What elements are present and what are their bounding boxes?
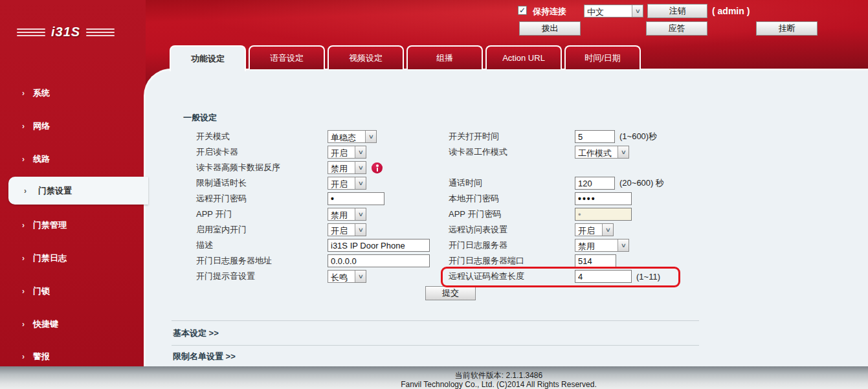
talk-time-input[interactable] xyxy=(575,177,615,190)
field-label: 远程开门密码 xyxy=(196,193,328,205)
admin-user-label: ( admin ) xyxy=(712,6,750,16)
open-log-port-input[interactable] xyxy=(575,254,616,267)
form-row: APP 开门 禁用 xyxy=(196,206,366,222)
field-label: 本地开门密码 xyxy=(449,193,575,205)
chevron-down-icon xyxy=(602,224,613,236)
field-label: 远程访问表设置 xyxy=(449,224,575,236)
form-row: 描述 xyxy=(196,238,430,253)
chevron-right-icon: › xyxy=(22,89,25,98)
form-row: 开关模式 单稳态 xyxy=(196,129,377,144)
topbar: ✓ 保持连接 中文 注销 ( admin ) 拨出 应答 挂断 xyxy=(0,0,868,39)
sidebar-item-door-log[interactable]: › 门禁日志 xyxy=(0,251,146,265)
chevron-right-icon: › xyxy=(22,155,25,164)
open-tone-select[interactable]: 长鸣 xyxy=(328,270,366,283)
app-open-select[interactable]: 禁用 xyxy=(328,208,366,221)
tab-action-url[interactable]: Action URL xyxy=(485,45,562,69)
chevron-down-icon xyxy=(355,208,366,220)
form-row: 远程访问表设置 开启 xyxy=(449,222,614,238)
chevron-right-icon: › xyxy=(22,254,25,263)
tab-video-settings[interactable]: 视频设定 xyxy=(328,45,404,69)
chevron-down-icon xyxy=(365,131,376,142)
field-label: 开门日志服务器地址 xyxy=(196,255,328,267)
divider xyxy=(172,320,699,321)
field-label: 远程认证码检查长度 xyxy=(449,271,575,282)
form-row: 读卡器高频卡数据反序 禁用 xyxy=(196,160,383,175)
hangup-button[interactable]: 挂断 xyxy=(756,21,818,36)
tab-function-settings[interactable]: 功能设定 xyxy=(170,45,246,71)
form-row: 开门日志服务器地址 xyxy=(196,253,430,269)
sidebar-item-door-settings[interactable]: › 门禁设置 xyxy=(8,177,148,205)
keep-connection-checkbox[interactable]: ✓ xyxy=(518,6,527,15)
remote-access-table-select[interactable]: 开启 xyxy=(575,223,614,236)
chevron-right-icon: › xyxy=(22,352,25,361)
footer: 当前软件版本: 2.1.1.3486 Fanvil Technology Co.… xyxy=(0,366,868,389)
field-label: 开启读卡器 xyxy=(196,146,328,158)
form-row-highlighted: 远程认证码检查长度 (1~11) xyxy=(449,269,660,284)
section-title: 一般设定 xyxy=(183,112,217,124)
submit-button[interactable]: 提交 xyxy=(425,286,476,300)
form-row: 启用室内开门 开启 xyxy=(196,222,366,238)
range-hint: (20~600) 秒 xyxy=(619,177,664,189)
sidebar-item-system[interactable]: › 系统 xyxy=(0,86,146,100)
field-label: 开关模式 xyxy=(196,131,328,142)
local-open-password-input[interactable] xyxy=(575,192,632,205)
basic-settings-expander[interactable]: 基本设定 >> xyxy=(173,328,219,339)
alert-key-icon xyxy=(372,162,383,173)
field-label: APP 开门密码 xyxy=(449,208,575,220)
hf-card-reverse-select[interactable]: 禁用 xyxy=(328,161,366,174)
field-label: 开门提示音设置 xyxy=(196,271,328,282)
app-open-password-input xyxy=(575,208,632,221)
chevron-down-icon xyxy=(355,162,366,173)
form-row: APP 开门密码 xyxy=(449,206,632,222)
form-row: 开门日志服务器端口 xyxy=(449,253,616,269)
form-row: 开门提示音设置 长鸣 xyxy=(196,269,366,284)
field-label: 描述 xyxy=(196,239,328,251)
indoor-open-select[interactable]: 开启 xyxy=(328,223,366,236)
remote-open-password-input[interactable] xyxy=(328,192,384,205)
open-time-input[interactable] xyxy=(575,130,615,143)
copyright-text: Fanvil Technology Co., Ltd. (C)2014 All … xyxy=(129,380,868,389)
sidebar-item-shortcut-keys[interactable]: › 快捷键 xyxy=(0,317,146,331)
chevron-right-icon: › xyxy=(22,221,25,230)
field-label: APP 开门 xyxy=(196,208,328,220)
tab-time-date[interactable]: 时间/日期 xyxy=(564,45,641,69)
sidebar-item-door-management[interactable]: › 门禁管理 xyxy=(0,218,146,232)
form-row: 通话时间 (20~600) 秒 xyxy=(449,175,664,191)
sidebar-item-alarm[interactable]: › 警报 xyxy=(0,350,146,364)
chevron-down-icon xyxy=(355,177,366,189)
log-server-address-input[interactable] xyxy=(328,254,430,267)
form-row: 限制通话时长 开启 xyxy=(196,175,366,191)
sidebar-item-network[interactable]: › 网络 xyxy=(0,119,146,133)
switch-mode-select[interactable]: 单稳态 xyxy=(328,130,377,143)
chevron-down-icon xyxy=(355,224,366,236)
field-label: 开关打开时间 xyxy=(449,131,575,142)
range-hint: (1~11) xyxy=(636,272,660,282)
open-log-server-select[interactable]: 禁用 xyxy=(575,239,629,252)
reader-work-mode-select[interactable]: 工作模式 xyxy=(575,146,629,159)
form-row: 远程开门密码 xyxy=(196,191,384,206)
sidebar-item-door-lock[interactable]: › 门锁 xyxy=(0,284,146,298)
remote-authcode-length-input[interactable] xyxy=(575,270,632,283)
chevron-down-icon xyxy=(355,146,366,158)
form-row: 开启读卡器 开启 xyxy=(196,144,366,160)
call-limit-select[interactable]: 开启 xyxy=(328,177,366,190)
description-input[interactable] xyxy=(328,239,430,252)
form-row: 读卡器工作模式 工作模式 xyxy=(449,144,629,160)
sidebar-item-line[interactable]: › 线路 xyxy=(0,152,146,166)
form-row: 本地开门密码 xyxy=(449,191,632,206)
dial-out-button[interactable]: 拨出 xyxy=(519,21,581,36)
chevron-right-icon: › xyxy=(24,186,27,195)
content-panel: 一般设定 开关模式 单稳态 开启读卡器 开启 读卡器高频卡数据反序 禁用 限制通… xyxy=(144,69,868,366)
logout-button[interactable]: 注销 xyxy=(647,4,707,18)
divider xyxy=(172,345,699,346)
answer-button[interactable]: 应答 xyxy=(646,21,707,36)
form-row: 开关打开时间 (1~600)秒 xyxy=(449,129,657,144)
tab-multicast[interactable]: 组播 xyxy=(406,45,483,69)
chevron-down-icon xyxy=(632,5,643,17)
language-select[interactable]: 中文 xyxy=(584,5,643,17)
restrict-list-expander[interactable]: 限制名单设置 >> xyxy=(173,351,236,362)
card-reader-enable-select[interactable]: 开启 xyxy=(328,146,366,159)
field-label: 读卡器工作模式 xyxy=(449,146,575,158)
tab-voice-settings[interactable]: 语音设定 xyxy=(249,45,325,69)
chevron-down-icon xyxy=(618,146,629,158)
